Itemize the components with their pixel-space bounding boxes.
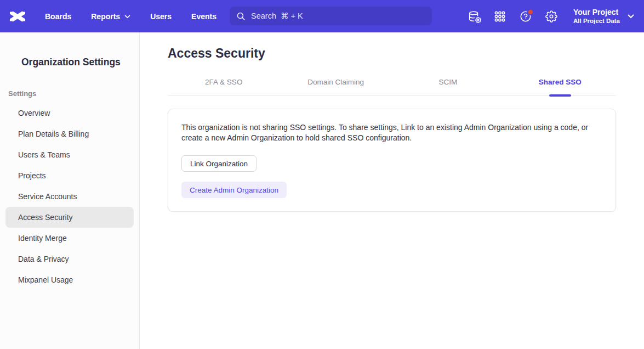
nav-item-boards[interactable]: Boards — [45, 12, 71, 21]
project-selector[interactable]: Your Project All Project Data — [573, 8, 634, 25]
tab-shared-sso[interactable]: Shared SSO — [504, 78, 617, 95]
mini-gear-icon — [474, 16, 482, 24]
tab-2fa-sso[interactable]: 2FA & SSO — [168, 78, 280, 95]
nav-item-events[interactable]: Events — [191, 12, 216, 21]
sidebar-item-data-privacy[interactable]: Data & Privacy — [5, 249, 134, 269]
help-icon[interactable] — [520, 10, 532, 22]
sidebar-section-label: Settings — [8, 89, 139, 98]
sidebar-item-plan-details-billing[interactable]: Plan Details & Billing — [5, 123, 134, 144]
nav-item-users[interactable]: Users — [150, 12, 172, 21]
sidebar-item-identity-merge[interactable]: Identity Merge — [5, 228, 134, 249]
top-nav: Boards Reports Users Events — [0, 0, 644, 32]
sidebar-title: Organization Settings — [21, 57, 139, 68]
project-name: Your Project — [573, 8, 618, 17]
nav-right-actions: Your Project All Project Data — [468, 0, 634, 32]
settings-sidebar: Organization Settings Settings Overview … — [0, 32, 140, 349]
chevron-down-icon — [628, 14, 634, 19]
global-search[interactable] — [230, 7, 432, 25]
sidebar-item-overview[interactable]: Overview — [5, 103, 134, 123]
settings-gear-icon[interactable] — [545, 10, 557, 22]
chevron-down-icon — [124, 15, 130, 19]
sidebar-item-users-teams[interactable]: Users & Teams — [5, 144, 134, 165]
mixpanel-logo-icon[interactable] — [10, 10, 25, 23]
apps-grid-icon[interactable] — [494, 10, 506, 22]
search-input[interactable] — [251, 12, 425, 20]
tab-domain-claiming[interactable]: Domain Claiming — [280, 78, 392, 95]
link-organization-button[interactable]: Link Organization — [181, 155, 257, 172]
sidebar-item-access-security[interactable]: Access Security — [5, 207, 134, 228]
sidebar-nav-list: Overview Plan Details & Billing Users & … — [0, 103, 139, 290]
page-title: Access Security — [168, 46, 616, 61]
create-admin-organization-button[interactable]: Create Admin Organization — [181, 182, 287, 198]
project-data-scope: All Project Data — [573, 17, 620, 25]
notification-dot — [527, 9, 534, 15]
shared-sso-description: This organization is not sharing SSO set… — [181, 122, 601, 143]
shared-sso-card: This organization is not sharing SSO set… — [168, 109, 616, 212]
main-content: Access Security 2FA & SSO Domain Claimin… — [140, 32, 644, 349]
sidebar-item-service-accounts[interactable]: Service Accounts — [5, 186, 134, 207]
primary-nav-links: Boards Reports Users Events — [45, 12, 216, 21]
tab-scim[interactable]: SCIM — [392, 78, 504, 95]
nav-item-reports[interactable]: Reports — [91, 12, 130, 21]
sidebar-item-mixpanel-usage[interactable]: Mixpanel Usage — [5, 269, 134, 290]
sidebar-item-projects[interactable]: Projects — [5, 165, 134, 186]
search-icon — [236, 12, 246, 21]
tab-bar: 2FA & SSO Domain Claiming SCIM Shared SS… — [168, 78, 616, 96]
data-management-icon[interactable] — [468, 10, 480, 22]
